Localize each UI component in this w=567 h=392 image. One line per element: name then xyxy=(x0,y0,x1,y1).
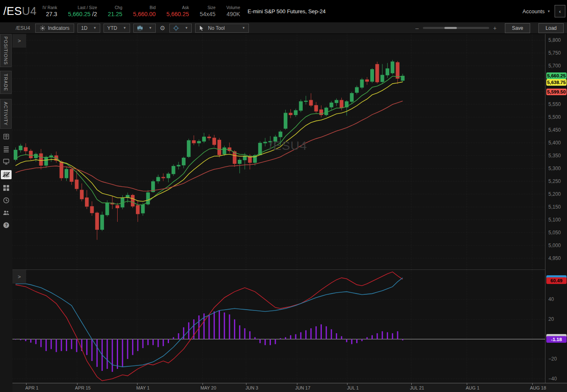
date-tick-label: MAY 20 xyxy=(200,385,216,390)
indicator-panel-expander[interactable]: > xyxy=(12,270,26,284)
zoom-in-button[interactable]: + xyxy=(493,25,497,31)
date-tick-mark xyxy=(347,383,347,385)
chart-area: /ESU4 > > xyxy=(12,34,545,383)
indicator-tick-label: −40 xyxy=(548,376,557,382)
help-icon[interactable]: ? xyxy=(2,221,10,229)
quote-field-volume: Volume490K xyxy=(226,5,240,17)
chart-settings-gear-icon[interactable]: ⚙ xyxy=(159,24,166,32)
price-tick-label: 5,400 xyxy=(548,140,561,146)
slow-ma xyxy=(16,101,403,191)
ledger-icon[interactable] xyxy=(2,133,10,140)
date-tick-mark xyxy=(203,383,203,385)
price-tick-label: 5,200 xyxy=(548,191,561,197)
indicators-button[interactable]: Indicators xyxy=(35,24,74,33)
date-tick-mark xyxy=(297,383,297,385)
chart-icon[interactable] xyxy=(1,170,12,179)
date-tick-label: APR 1 xyxy=(25,385,39,390)
drawing-tool-dropdown[interactable]: No Tool ▼ xyxy=(195,24,249,33)
load-button[interactable]: Load xyxy=(538,23,564,33)
date-tick-mark xyxy=(467,383,467,385)
crosshair-dropdown[interactable]: ▼ xyxy=(169,24,192,33)
toolbar-symbol-label: /ESU4 xyxy=(16,25,30,31)
sidebar-tab-positions[interactable]: POSITIONS xyxy=(0,34,12,67)
sidebar-tab-activity[interactable]: ACTIVITY xyxy=(0,99,12,129)
price-tick-label: 5,500 xyxy=(548,114,561,120)
history-icon[interactable] xyxy=(2,197,10,204)
indicator-tick-label: 20 xyxy=(548,316,554,322)
monitor-icon[interactable] xyxy=(2,158,10,165)
price-chart-panel[interactable]: /ESU4 > xyxy=(12,34,545,269)
date-tick-label: AUG 1 xyxy=(466,385,479,390)
trading-platform: /ESU4 IV Rank27.3Last / Size5,660.25 /2C… xyxy=(0,0,567,392)
indicators-icon xyxy=(40,25,46,31)
cursor-icon xyxy=(199,25,205,31)
quote-field-bid: Bid5,660.00 xyxy=(133,5,156,17)
chevron-down-icon: ▼ xyxy=(547,10,550,13)
date-tick-label: APR 15 xyxy=(75,385,91,390)
list-icon[interactable] xyxy=(2,145,10,153)
quote-field-ask: Ask5,660.25 xyxy=(166,5,189,17)
date-tick-mark xyxy=(532,383,533,385)
svg-text:?: ? xyxy=(5,223,7,228)
last-price-badge: 5,660.25 xyxy=(546,72,567,79)
symbol-watermark: /ESU4 xyxy=(269,139,307,153)
slow-ma-badge: 5,599.50 xyxy=(546,89,567,95)
chevron-down-icon: ▼ xyxy=(149,26,152,30)
crosshair-icon xyxy=(173,25,179,31)
price-tick-label: 5,250 xyxy=(548,178,561,184)
price-tick-label: 5,750 xyxy=(548,50,561,56)
price-tick-label: 5,800 xyxy=(548,37,561,43)
quote-field-size: Size54x45 xyxy=(200,5,215,17)
chevron-down-icon: ▼ xyxy=(123,26,126,30)
price-tick-label: 5,100 xyxy=(548,217,561,223)
grid-icon[interactable] xyxy=(2,184,10,192)
macd-value-badge: 60.49 xyxy=(546,277,567,284)
price-tick-label: 5,050 xyxy=(548,230,561,236)
date-tick-mark xyxy=(26,383,27,385)
indicator-tick-label: −20 xyxy=(548,356,557,362)
collapse-panel-button[interactable]: ‹ xyxy=(555,5,565,17)
chart-toolbar: /ESU4 Indicators 1D ▼ YTD ▼ ▼ ⚙ ▼ No Too… xyxy=(0,22,567,34)
sidebar-tab-trade[interactable]: TRADE xyxy=(0,71,12,94)
chart-type-dropdown[interactable]: ▼ xyxy=(133,24,156,33)
date-tick-label: JUL 1 xyxy=(347,385,359,390)
accounts-menu[interactable]: Accounts ▼ xyxy=(523,8,550,14)
price-tick-label: 4,950 xyxy=(548,255,561,261)
zoom-slider-handle[interactable] xyxy=(444,27,457,29)
price-tick-label: 5,450 xyxy=(548,127,561,133)
date-tick-label: JUN 17 xyxy=(295,385,311,390)
timeframe-dropdown[interactable]: 1D ▼ xyxy=(77,24,100,33)
range-dropdown[interactable]: YTD ▼ xyxy=(104,24,130,33)
price-tick-label: 5,700 xyxy=(548,63,561,69)
date-axis[interactable]: APR 1APR 15MAY 1MAY 20JUN 3JUN 17JUL 1JU… xyxy=(12,383,567,392)
candlestick-chart-icon xyxy=(137,25,143,31)
price-tick-label: 5,550 xyxy=(548,101,561,107)
chevron-down-icon: ▼ xyxy=(93,26,97,30)
date-tick-mark xyxy=(246,383,246,385)
left-sidebar: POSITIONS TRADE ACTIVITY ? xyxy=(0,34,12,392)
quote-field-chg: Chg21.25 xyxy=(108,5,122,17)
price-tick-label: 5,350 xyxy=(548,153,561,159)
indicator-panel[interactable]: > xyxy=(12,269,545,383)
date-tick-label: JUN 3 xyxy=(246,385,258,390)
price-tick-label: 5,300 xyxy=(548,166,561,171)
date-tick-mark xyxy=(137,383,138,385)
quote-fields: IV Rank27.3Last / Size5,660.25 /2Chg21.2… xyxy=(43,5,240,17)
date-tick-label: MAY 1 xyxy=(136,385,150,390)
date-tick-label: JUL 21 xyxy=(410,385,424,390)
save-button[interactable]: Save xyxy=(505,23,530,33)
zoom-slider[interactable] xyxy=(423,27,489,29)
date-tick-label: AUG 18 xyxy=(530,385,546,390)
mid-ma-badge: 5,638.75 xyxy=(546,79,567,86)
date-tick-mark xyxy=(77,383,77,385)
price-axis[interactable]: 5,660.25 5,638.75 5,599.50 60.49 -1.18 5… xyxy=(545,34,567,383)
instrument-description: E-mini S&P 500 Futures, Sep-24 xyxy=(248,8,326,14)
people-icon[interactable] xyxy=(2,209,10,216)
chevron-down-icon: ▼ xyxy=(242,26,245,30)
price-panel-expander[interactable]: > xyxy=(12,34,26,48)
histogram-value-badge: -1.18 xyxy=(546,336,567,343)
date-tick-mark xyxy=(411,383,412,385)
macd-chart[interactable] xyxy=(12,270,545,383)
symbol-title: /ESU4 xyxy=(0,5,43,18)
zoom-out-button[interactable]: – xyxy=(415,25,419,31)
